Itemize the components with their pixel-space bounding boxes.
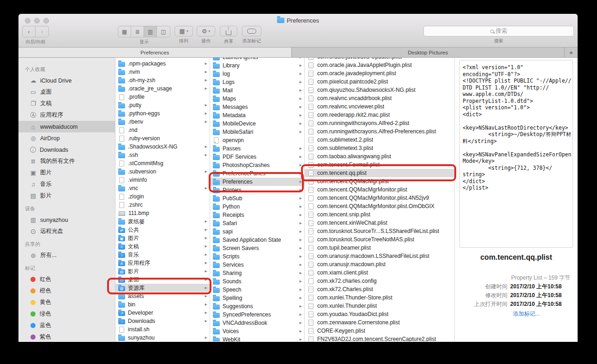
file-row[interactable]: com.torusknot.SourceTreeNotMAS.plist ▶: [305, 235, 454, 244]
file-row[interactable]: Receipts ▶: [210, 211, 304, 219]
file-row[interactable]: com.reederapp.rkit2.mac.plist ▶: [305, 111, 454, 119]
forward-button[interactable]: ›: [36, 26, 48, 37]
file-row[interactable]: com.xiami.client.plist ▶: [305, 269, 454, 277]
file-row[interactable]: com.taobao.aliwangwang.plist ▶: [305, 152, 454, 161]
file-row[interactable]: .subversion ▶: [115, 167, 210, 176]
tab[interactable]: Desktop Pictures: [292, 48, 565, 57]
search-input[interactable]: 搜索: [423, 26, 574, 36]
file-row[interactable]: Library ▶: [210, 61, 304, 70]
file-row[interactable]: Sounds ▶: [210, 277, 304, 286]
file-row[interactable]: com.realvnc.vncaddrbook.plist ▶: [305, 94, 454, 102]
file-row[interactable]: com.tencent.snip.plist ▶: [305, 210, 454, 219]
file-row[interactable]: ⇄ 公共 ▶: [115, 226, 210, 234]
file-row[interactable]: Maps ▶: [210, 95, 304, 103]
file-row[interactable]: com.xunlei.Thunder.plist ▶: [305, 302, 454, 310]
file-row[interactable]: Metadata ▶: [210, 111, 304, 119]
file-row[interactable]: .npm-packages ▶: [115, 60, 210, 68]
file-row[interactable]: com.realvnc.vncviewer.plist ▶: [305, 102, 454, 111]
file-row[interactable]: ▭ 桌面 ▶: [115, 275, 210, 284]
file-row[interactable]: bin ▶: [115, 300, 210, 309]
file-row[interactable]: com.uranusjr.macdown.LSSharedFileList.pl…: [305, 252, 454, 260]
sidebar-tag-item[interactable]: 黄色: [18, 297, 115, 308]
file-row[interactable]: WebKit ▶: [210, 335, 304, 341]
file-row[interactable]: 111.bmp ▶: [115, 209, 210, 217]
file-row[interactable]: MobileSafari ▶: [210, 128, 304, 136]
file-row[interactable]: .oh-my-zsh ▶: [115, 76, 210, 84]
file-row[interactable]: com.tupil.beamer.plist ▶: [305, 244, 454, 252]
file-row[interactable]: install.sh ▶: [115, 325, 210, 334]
file-row[interactable]: PhotoshopCrashes ▶: [210, 161, 304, 169]
file-row[interactable]: assets ▶: [115, 292, 210, 300]
back-button[interactable]: ‹: [23, 26, 36, 37]
file-row[interactable]: com.torusknot.SourceTr...S.LSSharedFileL…: [305, 227, 454, 235]
arrange-button[interactable]: ▦▾: [175, 26, 193, 36]
file-row[interactable]: .putty ▶: [115, 101, 210, 109]
file-row[interactable]: .rnd ▶: [115, 126, 210, 134]
file-row[interactable]: Scripts ▶: [210, 252, 304, 261]
sidebar-item[interactable]: sunyazhou: [18, 214, 115, 226]
file-row[interactable]: com.oracle.java.Java-Updater.plist ▶: [305, 58, 454, 61]
file-row[interactable]: Preferences ▶: [210, 178, 304, 186]
file-row[interactable]: Messages ▶: [210, 103, 304, 111]
column-view-icon[interactable]: ▥: [144, 26, 157, 37]
file-row[interactable]: com.tencent.QQMacMgr.plist ▶: [305, 177, 454, 185]
list-view-icon[interactable]: ≣: [131, 26, 144, 37]
new-tab-button[interactable]: +: [565, 48, 578, 57]
file-row[interactable]: .nvm ▶: [115, 68, 210, 76]
file-row[interactable]: com.uranusjr.macdown.plist ▶: [305, 260, 454, 269]
file-row[interactable]: com.xk72.Charles.plist ▶: [305, 285, 454, 293]
file-row[interactable]: com.qiuyuzhou.ShadowsocksX-NG.plist ▶: [305, 86, 454, 94]
file-row[interactable]: VNCAddressBook ▶: [210, 319, 304, 327]
file-row[interactable]: log ▶: [210, 70, 304, 78]
action-button[interactable]: ⚙▾: [197, 26, 215, 36]
file-row[interactable]: com.pixelcut.paintcode2.plist ▶: [305, 78, 454, 86]
file-row[interactable]: Screen Savers ▶: [210, 244, 304, 252]
share-button[interactable]: [220, 26, 237, 36]
sidebar-item[interactable]: Downloads: [18, 144, 115, 155]
file-row[interactable]: com.sublimetext.2.plist ▶: [305, 136, 454, 144]
file-row[interactable]: com.tencent.QQMacMgrMonitor.plist.OmObGI…: [305, 202, 454, 210]
file-row[interactable]: com.runningwithcrayons.Alfred-Preference…: [305, 127, 454, 136]
file-row[interactable]: sapi ▶: [210, 227, 304, 236]
file-row[interactable]: .viminfo ▶: [115, 176, 210, 184]
file-row[interactable]: LaunchAgents ▶: [210, 58, 304, 61]
sidebar-tag-item[interactable]: 蓝色: [18, 320, 115, 331]
file-row[interactable]: Speech ▶: [210, 286, 304, 294]
file-row[interactable]: com.tencent.Foxmail.plist ▶: [305, 161, 454, 169]
file-row[interactable]: com.tencent.QQMacMgrMonitor.plist.4N52jv…: [305, 194, 454, 202]
file-row[interactable]: Voices ▶: [210, 327, 304, 335]
file-row[interactable]: Services ▶: [210, 261, 304, 269]
sidebar-item[interactable]: AirDrop: [18, 132, 115, 144]
file-row[interactable]: ▣ 图片 ▶: [115, 234, 210, 242]
file-row[interactable]: com.xunlei.Thunder-Store.plist ▶: [305, 293, 454, 302]
file-row[interactable]: 废纸篓 ▶: [115, 217, 210, 226]
file-row[interactable]: .zshrc ▶: [115, 201, 210, 209]
sidebar-tag-item[interactable]: 橙色: [18, 285, 115, 297]
icon-view-icon[interactable]: ▦: [118, 26, 131, 37]
file-row[interactable]: .profile ▶: [115, 93, 210, 101]
file-row[interactable]: com.zennaware.Cornerstone.plist ▶: [305, 318, 454, 327]
file-row[interactable]: ♪ 音乐 ▶: [115, 251, 210, 259]
file-row[interactable]: sunyazhou ▶: [115, 334, 210, 341]
file-row[interactable]: com.oracle.java.JavaAppletPlugin.plist ▶: [305, 61, 454, 69]
file-row[interactable]: ↗ Developer ▶: [115, 309, 210, 317]
sidebar-item[interactable]: wwwbaiducom: [18, 121, 115, 132]
file-row[interactable]: .zlogin ▶: [115, 192, 210, 201]
file-row[interactable]: openvpn ▶: [210, 136, 304, 144]
file-row[interactable]: .oracle_jre_usage ▶: [115, 84, 210, 93]
file-row[interactable]: Printers ▶: [210, 186, 304, 194]
file-row[interactable]: Passes ▶: [210, 144, 304, 153]
file-row[interactable]: .vnc ▶: [115, 184, 210, 192]
file-row[interactable]: ▥ 资源库 ▶: [115, 284, 210, 292]
file-row[interactable]: PDF Services ▶: [210, 153, 304, 161]
sidebar-tag-item[interactable]: 红色: [18, 274, 115, 285]
file-row[interactable]: MobileDevice ▶: [210, 119, 304, 128]
file-row[interactable]: CORE-Keygen.plist ▶: [305, 327, 454, 335]
sidebar-item[interactable]: 所有...: [18, 250, 115, 261]
file-row[interactable]: Logs ▶: [210, 78, 304, 86]
file-row[interactable]: .ShadowsocksX-NG ▶: [115, 143, 210, 151]
file-row[interactable]: .stCommitMsg ▶: [115, 159, 210, 167]
file-row[interactable]: .rbenv ▶: [115, 118, 210, 126]
file-row[interactable]: Safari ▶: [210, 219, 304, 227]
sidebar-item[interactable]: 应用程序: [18, 109, 115, 121]
